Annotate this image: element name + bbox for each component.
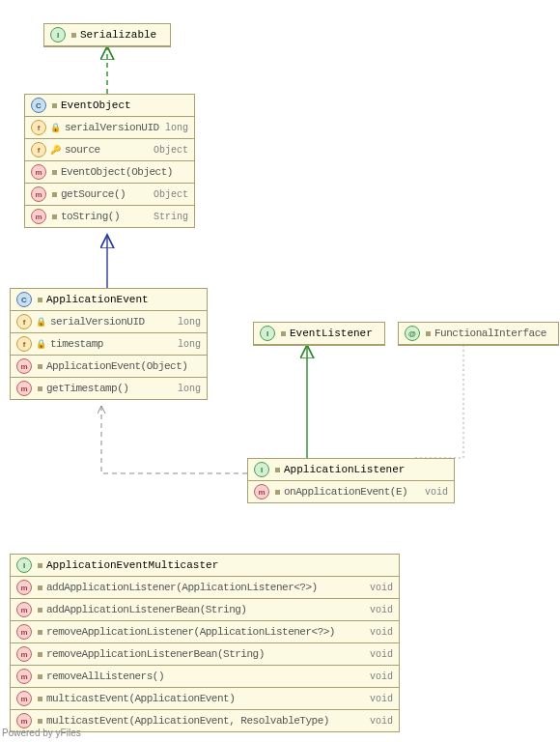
method-row: mtoString()String bbox=[25, 206, 194, 227]
vis-icon bbox=[38, 697, 42, 701]
lock-icon: 🔒 bbox=[36, 339, 46, 350]
method-name: multicastEvent(ApplicationEvent) bbox=[46, 693, 235, 704]
method-row: mApplicationEvent(Object) bbox=[11, 356, 207, 378]
field-type: long bbox=[165, 123, 188, 133]
vis-icon bbox=[426, 331, 431, 336]
vis-icon bbox=[38, 674, 42, 679]
method-name: removeApplicationListener(ApplicationLis… bbox=[46, 626, 335, 638]
method-icon: m bbox=[254, 484, 269, 499]
class-functionalinterface[interactable]: @FunctionalInterface bbox=[398, 322, 559, 346]
class-applicationlistener[interactable]: IApplicationListener monApplicationEvent… bbox=[247, 458, 455, 503]
method-row: maddApplicationListenerBean(String)void bbox=[11, 599, 399, 621]
field-row: f🔒serialVersionUIDlong bbox=[11, 311, 207, 333]
class-serializable[interactable]: ISerializable bbox=[43, 23, 171, 47]
field-name: serialVersionUID bbox=[50, 316, 145, 328]
method-icon: m bbox=[16, 381, 32, 396]
method-name: multicastEvent(ApplicationEvent, Resolva… bbox=[46, 715, 329, 727]
vis-icon bbox=[38, 630, 42, 635]
method-name: onApplicationEvent(E) bbox=[284, 486, 407, 498]
field-row: f🔑sourceObject bbox=[25, 139, 194, 161]
field-name: timestamp bbox=[50, 338, 103, 350]
method-name: getSource() bbox=[61, 188, 126, 200]
method-icon: m bbox=[16, 646, 32, 662]
field-icon: f bbox=[16, 314, 32, 329]
method-name: getTimestamp() bbox=[46, 383, 128, 394]
method-name: addApplicationListener(ApplicationListen… bbox=[46, 582, 318, 593]
vis-icon bbox=[52, 214, 57, 219]
method-row: mmulticastEvent(ApplicationEvent)void bbox=[11, 688, 399, 710]
class-title: EventListener bbox=[290, 328, 373, 339]
interface-icon: I bbox=[254, 462, 269, 477]
method-type: void bbox=[370, 627, 393, 638]
vis-icon bbox=[275, 490, 280, 495]
method-icon: m bbox=[16, 691, 32, 706]
vis-icon bbox=[38, 719, 42, 724]
method-row: mremoveApplicationListenerBean(String)vo… bbox=[11, 643, 399, 666]
method-name: toString() bbox=[61, 211, 120, 222]
vis-icon bbox=[38, 608, 42, 613]
interface-icon: I bbox=[50, 27, 66, 43]
class-eventobject[interactable]: CEventObject f🔒serialVersionUIDlong f🔑so… bbox=[24, 94, 195, 228]
field-type: long bbox=[178, 317, 201, 328]
field-row: f🔒serialVersionUIDlong bbox=[25, 117, 194, 139]
method-row: mEventObject(Object) bbox=[25, 161, 194, 184]
field-type: Object bbox=[154, 145, 188, 156]
vis-icon bbox=[71, 33, 76, 38]
method-type: void bbox=[370, 605, 393, 615]
method-type: void bbox=[425, 487, 448, 498]
method-row: maddApplicationListener(ApplicationListe… bbox=[11, 577, 399, 599]
method-icon: m bbox=[16, 669, 32, 684]
field-name: source bbox=[65, 144, 100, 156]
class-eventlistener[interactable]: IEventListener bbox=[253, 322, 385, 346]
method-type: long bbox=[178, 384, 201, 394]
class-multicaster[interactable]: IApplicationEventMulticaster maddApplica… bbox=[10, 554, 400, 732]
field-row: f🔒timestamplong bbox=[11, 333, 207, 356]
lock-icon: 🔒 bbox=[36, 317, 46, 328]
vis-icon bbox=[38, 585, 42, 590]
class-title: EventObject bbox=[61, 100, 131, 111]
method-row: monApplicationEvent(E)void bbox=[248, 481, 454, 502]
method-icon: m bbox=[16, 602, 32, 617]
method-name: removeApplicationListenerBean(String) bbox=[46, 648, 265, 660]
method-type: void bbox=[370, 716, 393, 727]
vis-icon bbox=[52, 192, 57, 197]
field-icon: f bbox=[31, 142, 46, 157]
lock-icon: 🔒 bbox=[50, 123, 61, 133]
interface-icon: I bbox=[16, 557, 32, 573]
method-type: void bbox=[370, 671, 393, 682]
class-icon: C bbox=[31, 98, 46, 113]
method-name: ApplicationEvent(Object) bbox=[46, 360, 187, 372]
method-row: mgetSource()Object bbox=[25, 184, 194, 206]
annotation-icon: @ bbox=[405, 326, 420, 341]
method-name: EventObject(Object) bbox=[61, 166, 173, 178]
vis-icon bbox=[38, 563, 42, 568]
class-title: Serializable bbox=[80, 29, 156, 41]
vis-icon bbox=[38, 652, 42, 657]
method-icon: m bbox=[16, 358, 32, 374]
method-type: void bbox=[370, 583, 393, 593]
field-icon: f bbox=[31, 120, 46, 135]
field-icon: f bbox=[16, 336, 32, 352]
vis-icon bbox=[52, 103, 57, 108]
method-type: Object bbox=[154, 189, 188, 200]
interface-icon: I bbox=[260, 326, 275, 341]
method-icon: m bbox=[16, 624, 32, 640]
vis-icon bbox=[281, 331, 286, 336]
class-applicationevent[interactable]: CApplicationEvent f🔒serialVersionUIDlong… bbox=[10, 288, 208, 400]
footer-text: Powered by yFiles bbox=[2, 728, 81, 738]
method-icon: m bbox=[31, 209, 46, 224]
vis-icon bbox=[38, 386, 42, 391]
class-title: ApplicationListener bbox=[284, 464, 405, 475]
method-type: String bbox=[154, 212, 188, 222]
method-type: void bbox=[370, 649, 393, 660]
method-row: mremoveAllListeners()void bbox=[11, 666, 399, 688]
field-type: long bbox=[178, 339, 201, 350]
method-icon: m bbox=[31, 164, 46, 180]
method-name: addApplicationListenerBean(String) bbox=[46, 604, 246, 615]
method-type: void bbox=[370, 694, 393, 704]
method-row: mgetTimestamp()long bbox=[11, 378, 207, 399]
field-name: serialVersionUID bbox=[65, 122, 159, 133]
method-icon: m bbox=[31, 186, 46, 202]
vis-icon bbox=[52, 170, 57, 175]
method-icon: m bbox=[16, 580, 32, 595]
